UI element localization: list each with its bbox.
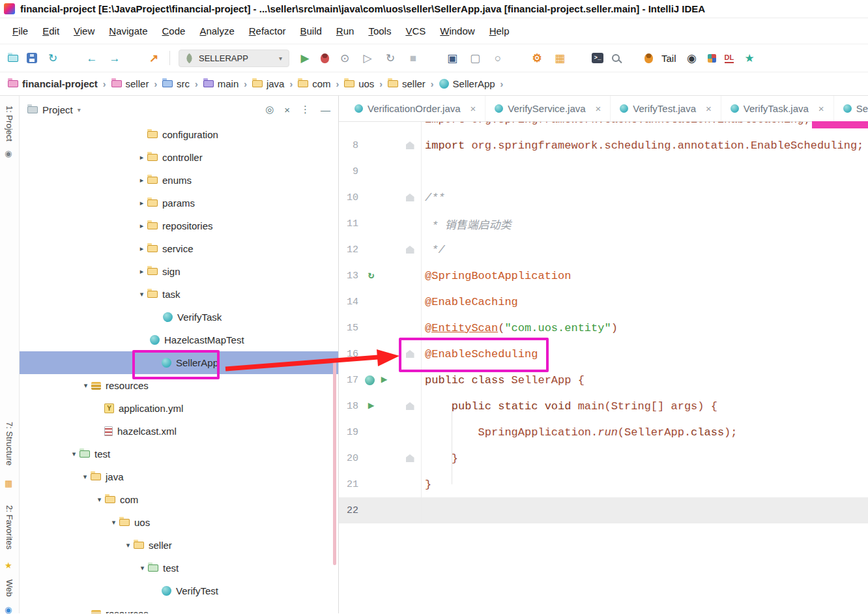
search-icon[interactable] xyxy=(612,54,620,62)
code-line-13[interactable]: 13↻@SpringBootApplication xyxy=(339,263,868,289)
hide-panel-icon[interactable]: — xyxy=(321,104,330,115)
project-strip-icon[interactable]: ◉ xyxy=(5,149,12,158)
code-line-20[interactable]: 20 } xyxy=(339,445,868,471)
record-icon[interactable]: ◉ xyxy=(685,53,699,64)
spring-run-gutter-icon[interactable]: ↻ xyxy=(365,270,377,281)
editor-tab-verifytest.java[interactable]: VerifyTest.java× xyxy=(611,96,721,121)
breadcrumb-item-main[interactable]: main xyxy=(203,78,239,89)
tree-chevron-icon[interactable]: ▸ xyxy=(136,199,147,207)
menu-item-build[interactable]: Build xyxy=(293,23,328,39)
tree-item-configuration[interactable]: configuration xyxy=(20,123,338,146)
editor-tab-verifytask.java[interactable]: VerifyTask.java× xyxy=(721,96,834,121)
run-config-selector[interactable]: SELLERAPP▾ xyxy=(179,50,289,67)
fold-marker-icon[interactable] xyxy=(406,402,414,410)
chevron-down-icon[interactable]: ▾ xyxy=(78,106,81,113)
breadcrumb-item-java[interactable]: java xyxy=(252,78,285,89)
tree-item-resources[interactable]: ▾resources xyxy=(20,374,338,397)
fold-marker-icon[interactable] xyxy=(406,246,414,254)
structure-strip-icon[interactable]: ▦ xyxy=(5,479,12,488)
close-icon[interactable]: × xyxy=(596,103,601,114)
back-icon[interactable]: ← xyxy=(85,53,99,64)
menu-item-file[interactable]: File xyxy=(5,23,35,39)
replace-icon[interactable]: ▣ xyxy=(445,53,459,64)
menu-item-tools[interactable]: Tools xyxy=(361,23,398,39)
project-panel-title[interactable]: Project xyxy=(42,104,73,115)
tree-item-resources[interactable]: resources xyxy=(20,602,338,613)
settings-gear-icon[interactable]: ⚙ xyxy=(530,53,544,64)
history-icon[interactable]: ○ xyxy=(491,53,505,64)
menu-item-window[interactable]: Window xyxy=(433,23,482,39)
terminal-icon[interactable]: >_ xyxy=(592,53,603,63)
tree-chevron-icon[interactable]: ▾ xyxy=(136,290,147,299)
code-line-11[interactable]: 11 * 销售端启动类 xyxy=(339,211,868,237)
code-line-17[interactable]: 17▶public class SellerApp { xyxy=(339,367,868,393)
tree-item-com[interactable]: ▾com xyxy=(20,488,338,511)
debug-icon[interactable] xyxy=(321,53,329,63)
code-line-8[interactable]: 8import org.springframework.scheduling.a… xyxy=(339,132,868,158)
tree-item-verifytest[interactable]: VerifyTest xyxy=(20,579,338,602)
stop-icon[interactable]: ■ xyxy=(406,53,420,64)
menu-item-navigate[interactable]: Navigate xyxy=(102,23,154,39)
fold-marker-icon[interactable] xyxy=(406,141,414,149)
code-line-18[interactable]: 18▶ public static void main(String[] arg… xyxy=(339,393,868,419)
tree-chevron-icon[interactable]: ▾ xyxy=(94,495,105,504)
tree-item-controller[interactable]: ▸controller xyxy=(20,146,338,169)
menu-item-analyze[interactable]: Analyze xyxy=(192,23,241,39)
tree-chevron-icon[interactable]: ▾ xyxy=(80,381,91,390)
code-line-12[interactable]: 12 */ xyxy=(339,237,868,263)
close-icon[interactable]: × xyxy=(706,103,712,114)
breadcrumb-item-financial-project[interactable]: financial-project xyxy=(8,78,98,89)
tree-item-application.yml[interactable]: Yapplication.yml xyxy=(20,397,338,420)
code-line-14[interactable]: 14@EnableCaching xyxy=(339,289,868,315)
tail-button[interactable]: Tail xyxy=(661,53,676,64)
editor-tab-verificationorder.java[interactable]: VerificationOrder.java× xyxy=(345,96,485,121)
breadcrumb-item-seller[interactable]: seller xyxy=(111,78,149,89)
tree-item-repositories[interactable]: ▸repositories xyxy=(20,214,338,237)
breadcrumb-item-seller[interactable]: seller xyxy=(388,78,426,89)
sparkle-icon[interactable]: ★ xyxy=(742,53,757,64)
open-project-icon[interactable] xyxy=(8,55,18,62)
tree-item-verifytask[interactable]: VerifyTask xyxy=(20,306,338,329)
tree-chevron-icon[interactable]: ▸ xyxy=(136,267,147,276)
tree-item-hazelcastmaptest[interactable]: HazelcastMapTest xyxy=(20,329,338,351)
dashboard-grid-icon[interactable]: ▦ xyxy=(553,53,567,64)
forward-icon[interactable]: → xyxy=(108,53,122,64)
tree-chevron-icon[interactable]: ▾ xyxy=(108,518,119,527)
editor-tab-verifyservice.java[interactable]: VerifyService.java× xyxy=(485,96,611,121)
collapse-all-icon[interactable]: × xyxy=(284,104,290,115)
tree-item-sellerapp[interactable]: SellerApp xyxy=(20,351,338,374)
close-icon[interactable]: × xyxy=(470,103,476,114)
tree-chevron-icon[interactable]: ▾ xyxy=(80,473,91,481)
tree-chevron-icon[interactable]: ▾ xyxy=(137,564,148,572)
synchronize-icon[interactable]: ↻ xyxy=(46,53,60,64)
menu-item-refactor[interactable]: Refactor xyxy=(242,23,293,39)
menu-item-vcs[interactable]: VCS xyxy=(398,23,433,39)
code-line-21[interactable]: 21} xyxy=(339,471,868,497)
menu-item-edit[interactable]: Edit xyxy=(35,23,66,39)
menu-item-view[interactable]: View xyxy=(66,23,102,39)
tree-chevron-icon[interactable]: ▾ xyxy=(68,450,80,458)
run-icon[interactable]: ▶ xyxy=(298,53,312,64)
editor-tab-seller[interactable]: Seller× xyxy=(834,96,868,121)
breadcrumb-item-uos[interactable]: uos xyxy=(344,78,374,89)
tree-item-task[interactable]: ▾task xyxy=(20,283,338,306)
code-line-10[interactable]: 10/** xyxy=(339,184,868,211)
fold-marker-icon[interactable] xyxy=(406,350,414,358)
menu-item-run[interactable]: Run xyxy=(329,23,362,39)
listener-bug-icon[interactable] xyxy=(644,53,653,63)
tree-item-seller[interactable]: ▾seller xyxy=(20,534,338,557)
code-line-19[interactable]: 19 SpringApplication.run(SellerApp.class… xyxy=(339,419,868,445)
tool-window-button-favorites[interactable]: 2: Favorites xyxy=(5,505,14,549)
run-gutter-icon[interactable]: ▶ xyxy=(378,375,390,385)
tool-window-button-web[interactable]: Web xyxy=(5,579,14,597)
tree-item-params[interactable]: ▸params xyxy=(20,192,338,214)
save-all-icon[interactable] xyxy=(27,53,37,63)
tree-chevron-icon[interactable]: ▾ xyxy=(123,541,134,549)
breadcrumb-item-com[interactable]: com xyxy=(298,78,330,89)
code-line-22[interactable]: 22 xyxy=(339,497,868,523)
tree-item-hazelcast.xml[interactable]: hazelcast.xml xyxy=(20,420,338,443)
tree-item-test[interactable]: ▾test xyxy=(20,557,338,579)
tree-chevron-icon[interactable]: ▸ xyxy=(136,176,147,184)
copy-icon[interactable]: ▢ xyxy=(468,53,482,64)
close-icon[interactable]: × xyxy=(818,103,824,114)
